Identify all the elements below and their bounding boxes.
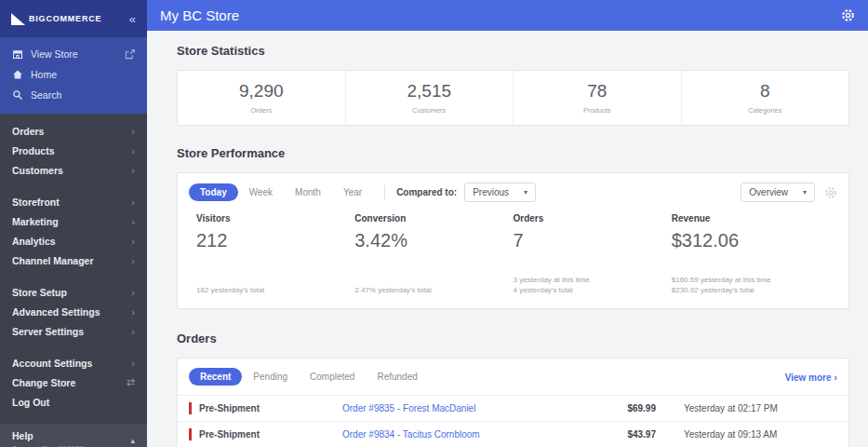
metric-label: Conversion [354, 213, 513, 224]
overview-select-value: Overview [749, 187, 788, 197]
metric-subs: 3 yesterday at this time 4 yesterday's t… [514, 275, 672, 295]
sidebar-item-label: Home [31, 69, 57, 80]
external-link-icon [125, 49, 135, 60]
tab-recent[interactable]: Recent [189, 368, 242, 386]
chevron-right-icon: › [131, 126, 135, 137]
sidebar-item-orders[interactable]: Orders› [0, 121, 147, 141]
sidebar-item-change-store[interactable]: Change Store⇄ [0, 372, 147, 392]
sidebar-item-account-settings[interactable]: Account Settings› [0, 353, 147, 372]
orders-heading: Orders [177, 332, 849, 345]
toolbar-divider [384, 185, 385, 200]
sidebar-item-label: Log Out [12, 397, 49, 408]
store-performance-panel: Today Week Month Year Compared to: Previ… [177, 172, 849, 309]
chevron-right-icon: › [131, 165, 135, 176]
order-status: Pre-Shipment [189, 428, 342, 440]
sidebar-item-marketing[interactable]: Marketing› [0, 211, 147, 231]
sidebar-item-search[interactable]: Search [0, 85, 147, 105]
sidebar-item-products[interactable]: Products› [0, 141, 147, 160]
sidebar-item-customers[interactable]: Customers› [0, 160, 147, 180]
stat-card-orders: 9,290 Orders [178, 71, 346, 125]
sidebar-collapse-icon[interactable]: « [129, 12, 136, 26]
tab-year[interactable]: Year [332, 183, 373, 201]
stat-label: Orders [250, 106, 272, 115]
performance-gear-icon[interactable] [824, 186, 837, 199]
order-row[interactable]: Pre-Shipment Order #9834 - Tacitus Cornb… [178, 421, 848, 447]
compare-select[interactable]: Previous ▾ [464, 183, 536, 202]
stat-value: 8 [760, 81, 770, 102]
sidebar-item-label: View Store [31, 48, 78, 60]
chevron-right-icon: › [131, 306, 135, 318]
toolbar-right: Overview ▾ [741, 183, 837, 202]
stat-value: 78 [587, 81, 607, 102]
bigcommerce-logo-text: BIGCOMMERCE [29, 14, 101, 23]
sidebar-item-label: Search [31, 89, 61, 101]
orders-toolbar: Recent Pending Completed Refunded View m… [178, 359, 848, 395]
store-title: My BC Store [160, 7, 239, 23]
metric-label: Visitors [196, 213, 354, 224]
performance-metrics: Visitors 212 162 yesterday's total Conve… [178, 211, 848, 308]
metric-orders: Orders 7 3 yesterday at this time 4 yest… [514, 213, 672, 295]
sidebar-item-label: Orders [12, 126, 44, 137]
swap-icon: ⇄ [127, 376, 135, 388]
top-header: My BC Store [147, 0, 868, 31]
stat-card-categories: 8 Categories [682, 71, 849, 125]
order-link[interactable]: Order #9835 - Forest MacDaniel [342, 403, 591, 413]
sidebar: BIGCOMMERCE « View Store Home Search [0, 0, 147, 447]
order-link[interactable]: Order #9834 - Tacitus Cornbloom [342, 429, 591, 440]
metric-sub: 4 yesterday's total [514, 285, 672, 295]
nav-group-marketing: Storefront› Marketing› Analytics› Channe… [0, 192, 147, 270]
chevron-right-icon: › [131, 255, 135, 266]
help-bar[interactable]: Help Support Pin: 888888 ▴ [0, 424, 147, 447]
order-total: $69.99 [591, 403, 656, 413]
metric-subs: 162 yesterday's total [196, 285, 354, 295]
caret-up-icon[interactable]: ▴ [130, 436, 135, 445]
sidebar-item-log-out[interactable]: Log Out [0, 392, 147, 412]
sidebar-item-advanced-settings[interactable]: Advanced Settings› [0, 302, 147, 321]
settings-gear-icon[interactable] [841, 8, 855, 22]
metric-value: $312.06 [672, 230, 830, 251]
stat-label: Products [583, 106, 611, 115]
sidebar-item-analytics[interactable]: Analytics› [0, 231, 147, 251]
overview-select[interactable]: Overview ▾ [741, 183, 815, 202]
tab-refunded[interactable]: Refunded [366, 368, 428, 386]
metric-label: Orders [514, 213, 672, 224]
metric-value: 3.42% [354, 230, 513, 251]
sidebar-item-store-setup[interactable]: Store Setup› [0, 282, 147, 302]
home-icon [12, 69, 23, 80]
sidebar-item-label: Channel Manager [12, 255, 94, 266]
order-date: Yesterday at 09:13 AM [656, 429, 837, 440]
order-status: Pre-Shipment [189, 402, 342, 414]
sidebar-item-storefront[interactable]: Storefront› [0, 192, 147, 211]
sidebar-item-channel-manager[interactable]: Channel Manager› [0, 251, 147, 270]
order-row[interactable]: Pre-Shipment Order #9835 - Forest MacDan… [178, 395, 848, 421]
tab-week[interactable]: Week [238, 183, 284, 201]
nav-group-account: Account Settings› Change Store⇄ Log Out [0, 353, 147, 412]
storefront-icon [12, 48, 23, 60]
sidebar-item-home[interactable]: Home [0, 64, 147, 85]
sidebar-item-label: Account Settings [12, 358, 92, 369]
tab-completed[interactable]: Completed [299, 368, 366, 386]
status-label: Pre-Shipment [199, 403, 260, 413]
sidebar-item-label: Marketing [12, 216, 59, 227]
metric-subs: 2.47% yesterday's total [354, 285, 513, 295]
chevron-right-icon: › [131, 358, 135, 369]
stat-card-products: 78 Products [514, 71, 682, 125]
metric-sub: $160.59 yesterday at this time [672, 275, 830, 285]
logo-bar: BIGCOMMERCE « [0, 0, 147, 37]
metric-sub: 3 yesterday at this time [514, 275, 672, 285]
tab-today[interactable]: Today [189, 183, 238, 201]
tab-pending[interactable]: Pending [242, 368, 299, 386]
store-statistics-heading: Store Statistics [177, 44, 849, 58]
sidebar-item-server-settings[interactable]: Server Settings› [0, 321, 147, 341]
sidebar-item-label: Change Store [12, 377, 75, 388]
metric-revenue: Revenue $312.06 $160.59 yesterday at thi… [672, 213, 830, 295]
view-more-label: View more [785, 372, 832, 383]
sidebar-item-label: Server Settings [12, 326, 84, 337]
chevron-down-icon: ▾ [803, 188, 807, 196]
help-title: Help [12, 430, 85, 441]
chevron-right-icon: › [131, 326, 135, 337]
view-more-link[interactable]: View more › [785, 372, 837, 383]
tab-month[interactable]: Month [284, 183, 332, 201]
sidebar-item-view-store[interactable]: View Store [0, 44, 147, 64]
order-date: Yesterday at 02:17 PM [656, 403, 837, 413]
